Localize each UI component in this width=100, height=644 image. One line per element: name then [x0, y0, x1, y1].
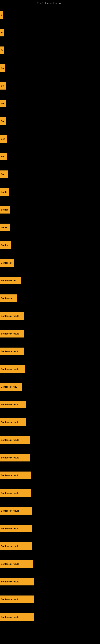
bar-row: Bottleneck result — [0, 449, 100, 466]
bar-label-25: Bottleneck result — [1, 456, 19, 459]
bar-label-0: B — [1, 14, 2, 16]
bar-17: Bottleneck result — [0, 312, 24, 320]
bar-1: Bo — [0, 29, 3, 36]
bar-row: Bottle — [0, 218, 100, 236]
bar-label-5: Bott — [1, 102, 5, 105]
bar-label-28: Bottleneck result — [1, 510, 19, 512]
bar-13: Bottlen — [0, 241, 11, 249]
bar-28: Bottleneck result — [0, 507, 32, 514]
bar-label-16: Bottleneck r — [1, 297, 14, 300]
bar-row: Bottleneck result — [0, 413, 100, 431]
bar-4: Bot — [0, 82, 6, 90]
bar-12: Bottle — [0, 224, 10, 231]
bar-11: Bottlen — [0, 206, 10, 214]
bar-label-32: Bottleneck result — [1, 580, 19, 583]
bar-label-13: Bottlen — [1, 244, 8, 246]
bar-label-4: Bot — [1, 84, 4, 87]
bar-25: Bottleneck result — [0, 454, 30, 462]
bar-label-15: Bottleneck resu — [1, 279, 17, 282]
bar-row: Bottleneck result — [0, 537, 100, 555]
bar-row: Bottleneck resu — [0, 272, 100, 290]
bar-8: Bott — [0, 153, 7, 160]
bar-label-6: Bot — [1, 120, 4, 122]
bar-row: Bottleneck result — [0, 573, 100, 590]
bar-row: Bottleneck result — [0, 484, 100, 502]
bar-23: Bottleneck result — [0, 418, 26, 426]
bar-6: Bot — [0, 117, 6, 125]
bar-label-20: Bottleneck result — [1, 368, 19, 370]
bar-row: Bott — [0, 94, 100, 112]
bar-row: Bot — [0, 59, 100, 77]
bar-row: Bottleneck result — [0, 520, 100, 537]
bar-18: Bottleneck result — [0, 330, 24, 338]
bar-10: Bottle — [0, 188, 9, 196]
bar-row: Bo — [0, 24, 100, 42]
bar-label-1: Bo — [1, 32, 3, 34]
bar-label-21: Bottleneck resu — [1, 386, 17, 388]
bar-29: Bottleneck result — [0, 525, 32, 532]
bar-5: Bott — [0, 100, 6, 107]
bar-33: Bottleneck result — [0, 596, 34, 603]
bar-label-17: Bottleneck result — [1, 315, 19, 317]
bar-row: Bot — [0, 112, 100, 130]
bar-34: Bottleneck result — [0, 613, 34, 621]
bar-label-14: Bottleneck — [1, 262, 12, 264]
bar-27: Bottleneck result — [0, 489, 31, 497]
bar-row: Bottle — [0, 183, 100, 201]
bar-label-27: Bottleneck result — [1, 492, 19, 494]
bar-21: Bottleneck resu — [0, 383, 22, 391]
bar-label-18: Bottleneck result — [1, 332, 19, 335]
bar-label-3: Bot — [1, 67, 4, 69]
bar-32: Bottleneck result — [0, 578, 34, 586]
bar-row: Bottleneck result — [0, 431, 100, 449]
bar-row: Bo — [0, 42, 100, 59]
bar-16: Bottleneck r — [0, 294, 17, 302]
bar-15: Bottleneck resu — [0, 277, 21, 284]
bar-20: Bottleneck result — [0, 365, 25, 373]
bar-row: Bott — [0, 166, 100, 183]
bar-label-23: Bottleneck result — [1, 421, 19, 424]
bars-container: BBoBoBotBotBottBotBottBottBottBottleBott… — [0, 6, 100, 626]
bar-row: Bottleneck result — [0, 590, 100, 608]
bar-26: Bottleneck result — [0, 472, 31, 479]
bar-label-24: Bottleneck result — [1, 439, 19, 441]
bar-label-12: Bottle — [1, 226, 7, 228]
bar-label-10: Bottle — [1, 191, 7, 193]
site-title: TheBottlenecker.com — [0, 0, 100, 6]
bar-row: Bottlen — [0, 236, 100, 254]
bar-row: B — [0, 6, 100, 24]
bar-14: Bottleneck — [0, 259, 14, 267]
bar-label-30: Bottleneck result — [1, 545, 19, 548]
bar-row: Bottleneck result — [0, 307, 100, 325]
bar-row: Bottleneck result — [0, 342, 100, 360]
bar-19: Bottleneck result — [0, 348, 24, 355]
bar-label-22: Bottleneck result — [1, 403, 19, 406]
bar-0: B — [0, 11, 3, 19]
bar-row: Bottleneck result — [0, 396, 100, 413]
bar-label-19: Bottleneck result — [1, 350, 19, 352]
bar-row: Bott — [0, 148, 100, 166]
bar-label-34: Bottleneck result — [1, 616, 19, 618]
bar-label-26: Bottleneck result — [1, 474, 19, 476]
bar-24: Bottleneck result — [0, 436, 30, 444]
bar-31: Bottleneck result — [0, 560, 33, 568]
bar-row: Bottleneck r — [0, 290, 100, 307]
bar-row: Bottleneck result — [0, 555, 100, 573]
bar-label-31: Bottleneck result — [1, 563, 19, 565]
bar-row: Bottleneck resu — [0, 378, 100, 396]
bar-30: Bottleneck result — [0, 542, 32, 550]
bar-label-7: Bott — [1, 138, 5, 140]
bar-row: Bott — [0, 130, 100, 148]
bar-row: Bottleneck result — [0, 360, 100, 378]
bar-22: Bottleneck result — [0, 401, 26, 408]
bar-9: Bott — [0, 170, 8, 178]
bar-row: Bottleneck result — [0, 325, 100, 342]
bar-label-11: Bottlen — [1, 208, 8, 211]
bar-label-33: Bottleneck result — [1, 598, 19, 600]
bar-row: Bottleneck — [0, 254, 100, 272]
bar-label-29: Bottleneck result — [1, 527, 19, 530]
bar-row: Bottlen — [0, 201, 100, 218]
bar-row: Bot — [0, 77, 100, 94]
bar-label-9: Bott — [1, 173, 5, 176]
bar-label-8: Bott — [1, 155, 5, 158]
